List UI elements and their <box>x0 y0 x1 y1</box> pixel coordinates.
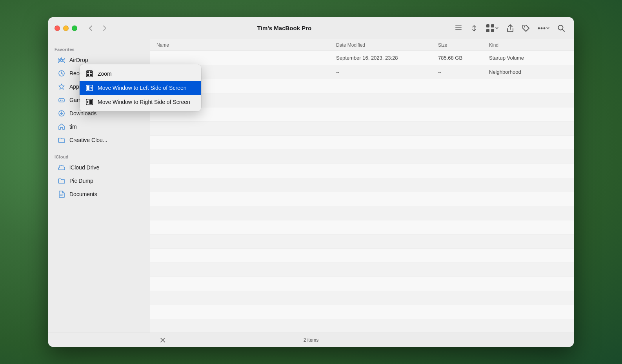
menu-item-move-right[interactable]: Move Window to Right Side of Screen <box>80 95 201 109</box>
table-row-empty <box>150 249 574 263</box>
move-left-icon <box>85 84 94 92</box>
col-date-header: Date Modified <box>336 42 438 48</box>
window-title: Tim's MacBook Pro <box>116 25 452 31</box>
table-row-empty <box>150 319 574 333</box>
traffic-lights: ✕ − + <box>55 25 77 31</box>
back-button[interactable] <box>85 23 96 34</box>
file-date: September 16, 2023, 23:28 <box>336 55 438 61</box>
folder-blue-icon <box>58 177 65 185</box>
table-row[interactable]: September 16, 2023, 23:28 785.68 GB Star… <box>150 51 574 65</box>
airdrop-icon <box>58 56 65 64</box>
view-options-button[interactable] <box>484 22 501 35</box>
col-name-header: Name <box>156 42 336 48</box>
list-view-button[interactable] <box>452 22 465 35</box>
sidebar-item-icloud-drive[interactable]: iCloud Drive <box>51 161 147 174</box>
svg-rect-2 <box>455 29 462 30</box>
menu-item-move-left[interactable]: Move Window to Left Side of Screen <box>80 81 201 95</box>
svg-point-12 <box>60 59 63 62</box>
sidebar-item-pic-dump[interactable]: Pic Dump <box>51 175 147 187</box>
svg-rect-30 <box>89 100 92 104</box>
svg-point-9 <box>541 27 543 29</box>
menu-item-label: Move Window to Right Side of Screen <box>98 99 190 105</box>
table-row-empty <box>150 122 574 136</box>
forward-button[interactable] <box>99 23 110 34</box>
nav-buttons <box>85 23 110 34</box>
table-row-empty <box>150 235 574 249</box>
sidebar-item-home[interactable]: tim <box>51 120 147 133</box>
sidebar-item-label: iCloud Drive <box>69 164 99 171</box>
svg-rect-1 <box>455 27 462 28</box>
svg-point-18 <box>62 100 62 101</box>
menu-item-zoom[interactable]: Zoom <box>80 67 201 81</box>
toolbar: ✕ − + Tim's MacBook Pro <box>48 17 574 39</box>
sidebar-item-label: tim <box>69 124 77 130</box>
svg-point-17 <box>62 100 63 101</box>
table-row-empty <box>150 192 574 206</box>
svg-rect-28 <box>87 86 89 90</box>
games-icon <box>58 96 65 104</box>
svg-rect-3 <box>486 24 489 27</box>
move-right-icon <box>85 98 94 106</box>
downloads-icon <box>58 109 65 117</box>
finder-window: ✕ − + Tim's MacBook Pro <box>48 17 574 347</box>
recents-icon <box>58 69 65 77</box>
svg-point-10 <box>544 27 546 29</box>
table-row-empty <box>150 178 574 192</box>
status-bar: 2 items <box>48 333 574 347</box>
folder-icon <box>58 136 65 144</box>
svg-rect-6 <box>491 29 494 32</box>
file-kind: Startup Volume <box>489 55 567 61</box>
sidebar-item-label: Documents <box>69 191 97 197</box>
col-size-header: Size <box>438 42 489 48</box>
col-kind-header: Kind <box>489 42 567 48</box>
menu-item-label: Move Window to Left Side of Screen <box>98 85 186 91</box>
table-row-empty <box>150 263 574 277</box>
file-size: -- <box>438 69 489 75</box>
document-icon <box>58 190 65 198</box>
zoom-icon <box>85 69 94 78</box>
table-row-empty <box>150 93 574 107</box>
maximize-button[interactable]: + <box>72 25 77 31</box>
table-row-empty <box>150 220 574 235</box>
file-list: September 16, 2023, 23:28 785.68 GB Star… <box>150 51 574 333</box>
status-close-button[interactable] <box>157 335 168 346</box>
column-headers: Name Date Modified Size Kind <box>150 39 574 51</box>
context-menu: Zoom Move Window to Left Side of Screen <box>80 64 201 111</box>
sidebar-item-label: Pic Dump <box>69 178 93 184</box>
svg-rect-5 <box>486 29 489 32</box>
favorites-label: Favorites <box>48 44 150 53</box>
table-row-empty <box>150 150 574 164</box>
minimize-button[interactable]: − <box>63 25 69 31</box>
home-icon <box>58 123 65 131</box>
sidebar-item-label: Creative Clou... <box>69 137 107 143</box>
svg-rect-23 <box>87 71 89 73</box>
svg-point-8 <box>538 27 540 29</box>
more-options-button[interactable] <box>535 22 552 35</box>
sidebar-item-documents[interactable]: Documents <box>51 188 147 200</box>
table-row[interactable]: -- -- Neighborhood <box>150 65 574 79</box>
sort-button[interactable] <box>468 22 480 35</box>
svg-rect-25 <box>87 74 89 76</box>
icloud-label: iCloud <box>48 151 150 161</box>
svg-rect-4 <box>491 24 494 27</box>
svg-rect-26 <box>90 74 92 76</box>
item-count: 2 items <box>304 337 319 343</box>
close-button[interactable]: ✕ <box>55 25 60 31</box>
table-row-empty <box>150 136 574 150</box>
icloud-icon <box>58 164 65 171</box>
svg-point-7 <box>524 26 525 27</box>
sidebar-item-creative-cloud[interactable]: Creative Clou... <box>51 134 147 146</box>
svg-rect-24 <box>90 71 92 73</box>
table-row-empty <box>150 305 574 319</box>
tag-button[interactable] <box>520 22 532 35</box>
file-area: Name Date Modified Size Kind September 1… <box>150 39 574 333</box>
table-row-empty <box>150 291 574 305</box>
menu-item-label: Zoom <box>98 71 112 77</box>
applications-icon <box>58 83 65 91</box>
svg-rect-0 <box>455 25 462 26</box>
table-row-empty <box>150 79 574 93</box>
search-button[interactable] <box>555 22 567 35</box>
table-row-empty <box>150 277 574 291</box>
share-button[interactable] <box>504 22 517 35</box>
file-size: 785.68 GB <box>438 55 489 61</box>
